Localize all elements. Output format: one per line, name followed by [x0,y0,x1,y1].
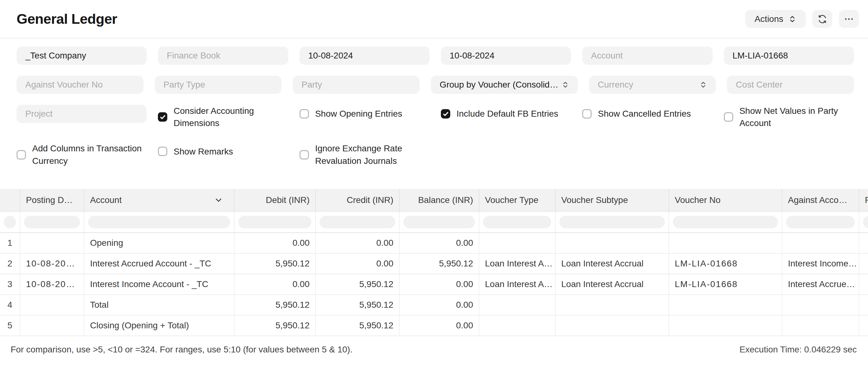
column-filter-account[interactable] [85,212,235,233]
filter-row: Add Columns in Transaction CurrencyShow … [17,142,854,167]
cell-party [859,254,868,274]
column-filter-posting_date[interactable] [20,212,85,233]
consider-accounting-dimensions-checkbox[interactable]: Consider Accounting Dimensions [158,105,288,129]
column-header-account[interactable]: Account [85,189,235,212]
column-header-index[interactable] [0,189,20,212]
column-filter-voucher_type[interactable] [479,212,556,233]
account-filter[interactable]: Account [582,47,712,65]
column-header-against_account[interactable]: Against Acco… [782,189,859,212]
header-actions: Actions [745,10,859,28]
show-remarks-checkbox[interactable]: Show Remarks [158,142,288,160]
column-filter-party[interactable] [859,212,868,233]
column-filter-against_account[interactable] [782,212,859,233]
currency-filter[interactable]: Currency [589,76,716,94]
cell-debit: 5,950.12 [235,254,316,274]
ignore-exchange-rate-revaluation-journals-label: Ignore Exchange Rate Revaluation Journal… [315,142,430,167]
page-header: General Ledger Actions [0,0,868,38]
show-cancelled-entries-label: Show Cancelled Entries [598,107,691,120]
party-filter[interactable]: Party [293,76,420,94]
column-filter-input[interactable] [24,216,80,228]
cell-against_account [782,295,859,315]
cell-balance: 0.00 [400,274,479,295]
finance-book-filter[interactable]: Finance Book [158,47,288,65]
voucher-no-filter-text: LM-LIA-01668 [733,51,788,61]
column-header-posting_date[interactable]: Posting D… [20,189,85,212]
column-filter-input[interactable] [403,216,475,228]
show-cancelled-entries-checkbox[interactable]: Show Cancelled Entries [582,105,712,123]
report-footer: For comparison, use >5, <10 or =324. For… [0,336,868,355]
column-header-label: Voucher Type [485,195,538,205]
column-filter-input[interactable] [863,216,868,228]
cell-debit: 0.00 [235,274,316,295]
actions-button[interactable]: Actions [745,10,806,28]
column-filter-voucher_subtype[interactable] [556,212,669,233]
column-header-label: Debit (INR) [266,195,310,205]
cell-voucher_subtype [556,233,669,254]
cell-party [859,233,868,254]
party-type-filter[interactable]: Party Type [155,76,282,94]
show-remarks-label: Show Remarks [174,146,233,158]
column-filter-input[interactable] [559,216,665,228]
voucher-no-filter[interactable]: LM-LIA-01668 [724,47,854,65]
filter-row: Against Voucher NoParty TypePartyGroup b… [17,76,854,94]
column-header-balance[interactable]: Balance (INR) [400,189,479,212]
more-options-button[interactable] [839,10,859,28]
checkbox-unchecked [300,150,309,159]
cell-posting_date: 10-08-20… [20,254,85,274]
column-header-credit[interactable]: Credit (INR) [316,189,400,212]
column-header-party[interactable]: Pa [859,189,868,212]
cell-voucher_no [669,315,782,336]
filter-row: ProjectConsider Accounting DimensionsSho… [17,105,854,129]
party-filter-text: Party [302,80,322,90]
company-filter-text: _Test Company [25,51,86,61]
project-filter[interactable]: Project [17,105,147,123]
cell-balance: 0.00 [400,315,479,336]
project-filter-text: Project [25,109,53,119]
column-header-voucher_type[interactable]: Voucher Type [479,189,556,212]
against-voucher-no-filter[interactable]: Against Voucher No [17,76,144,94]
from-date-filter[interactable]: 10-08-2024 [300,47,430,65]
show-opening-entries-label: Show Opening Entries [315,107,402,120]
ignore-exchange-rate-revaluation-journals-checkbox[interactable]: Ignore Exchange Rate Revaluation Journal… [300,142,430,167]
column-header-voucher_subtype[interactable]: Voucher Subtype [556,189,669,212]
cell-index: 4 [0,295,20,315]
to-date-filter-text: 10-08-2024 [450,51,494,61]
refresh-button[interactable] [812,10,832,28]
chevron-down-icon [215,196,223,204]
consider-accounting-dimensions-label: Consider Accounting Dimensions [174,105,288,129]
column-filter-input[interactable] [238,216,311,228]
column-filter-input[interactable] [483,216,551,228]
column-header-debit[interactable]: Debit (INR) [235,189,316,212]
column-filter-balance[interactable] [400,212,479,233]
show-net-values-in-party-account-label: Show Net Values in Party Account [740,105,854,129]
column-filter-credit[interactable] [316,212,400,233]
column-filter-input[interactable] [4,216,16,228]
cell-posting_date: 10-08-20… [20,274,85,295]
show-net-values-in-party-account-checkbox[interactable]: Show Net Values in Party Account [724,105,854,129]
column-filter-input[interactable] [319,216,395,228]
cell-party [859,274,868,295]
column-filter-voucher_no[interactable] [669,212,782,233]
cell-credit: 5,950.12 [316,315,400,336]
cell-balance: 0.00 [400,295,479,315]
cell-balance: 0.00 [400,233,479,254]
column-header-label: Pa [865,195,868,205]
column-filter-input[interactable] [673,216,778,228]
show-opening-entries-checkbox[interactable]: Show Opening Entries [300,105,430,123]
add-columns-in-transaction-currency-checkbox[interactable]: Add Columns in Transaction Currency [17,142,147,167]
column-filter-debit[interactable] [235,212,316,233]
to-date-filter[interactable]: 10-08-2024 [441,47,571,65]
column-filter-input[interactable] [88,216,230,228]
chevron-updown-icon [788,15,796,23]
cost-center-filter[interactable]: Cost Center [727,76,854,94]
column-header-voucher_no[interactable]: Voucher No [669,189,782,212]
table-row: 4Total5,950.125,950.120.00 [0,295,868,315]
column-filter-index[interactable] [0,212,20,233]
cell-posting_date [20,233,85,254]
currency-filter-text: Currency [598,80,696,90]
include-default-fb-entries-checkbox[interactable]: Include Default FB Entries [441,105,571,123]
company-filter[interactable]: _Test Company [17,47,147,65]
column-filter-input[interactable] [786,216,855,228]
group-by-filter[interactable]: Group by Voucher (Consolid… [431,76,578,94]
cell-index: 2 [0,254,20,274]
